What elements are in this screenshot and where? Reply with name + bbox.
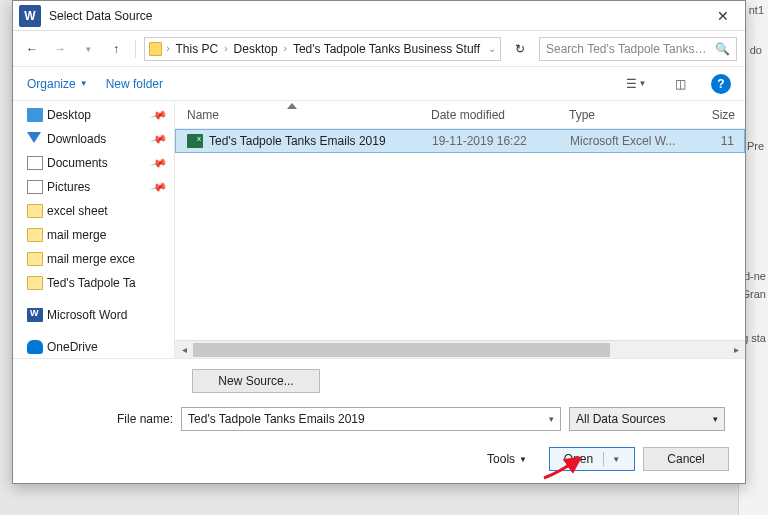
chevron-down-icon[interactable]: ▼: [612, 455, 620, 464]
sidebar-item[interactable]: Documents📌: [13, 151, 174, 175]
sidebar-item[interactable]: Desktop📌: [13, 103, 174, 127]
chevron-down-icon[interactable]: ▾: [713, 414, 718, 424]
preview-pane-button[interactable]: ◫: [667, 73, 693, 95]
sidebar-item[interactable]: excel sheet: [13, 199, 174, 223]
sidebar-label: Pictures: [47, 180, 90, 194]
chevron-right-icon[interactable]: ›: [224, 43, 227, 54]
sidebar-item[interactable]: Microsoft Word: [13, 303, 174, 327]
file-date: 19-11-2019 16:22: [432, 134, 570, 148]
search-input[interactable]: Search Ted's Tadpole Tanks Bu... 🔍: [539, 37, 737, 61]
file-type: Microsoft Excel W...: [570, 134, 682, 148]
chevron-down-icon: ▼: [80, 79, 88, 88]
select-data-source-dialog: W Select Data Source ✕ ← → ▾ ↑ › This PC…: [12, 0, 746, 484]
chevron-right-icon[interactable]: ›: [166, 43, 169, 54]
filename-label: File name:: [117, 412, 173, 426]
forward-button[interactable]: →: [49, 38, 71, 60]
sidebar-item[interactable]: mail merge: [13, 223, 174, 247]
titlebar: W Select Data Source ✕: [13, 1, 745, 31]
cancel-button[interactable]: Cancel: [643, 447, 729, 471]
scroll-right-icon[interactable]: ▸: [727, 344, 745, 355]
sidebar-label: mail merge: [47, 228, 106, 242]
toolbar: Organize ▼ New folder ☰▼ ◫ ?: [13, 67, 745, 101]
scroll-thumb[interactable]: [193, 343, 610, 357]
help-button[interactable]: ?: [711, 74, 731, 94]
filename-row: File name: Ted's Tadpole Tanks Emails 20…: [117, 407, 731, 431]
file-list[interactable]: Ted's Tadpole Tanks Emails 201919-11-201…: [175, 129, 745, 340]
bottom-panel: New Source... File name: Ted's Tadpole T…: [13, 358, 745, 483]
column-headers: Name Date modified Type Size: [175, 101, 745, 129]
file-size: 11: [682, 134, 744, 148]
chevron-down-icon: ▼: [519, 455, 527, 464]
file-pane: Name Date modified Type Size Ted's Tadpo…: [175, 101, 745, 358]
new-folder-button[interactable]: New folder: [106, 77, 163, 91]
nav-bar: ← → ▾ ↑ › This PC › Desktop › Ted's Tadp…: [13, 31, 745, 67]
col-type[interactable]: Type: [569, 108, 681, 122]
sidebar-icon: [27, 228, 43, 242]
word-app-icon: W: [19, 5, 41, 27]
h-scrollbar[interactable]: ◂ ▸: [175, 340, 745, 358]
sidebar-item[interactable]: mail merge exce: [13, 247, 174, 271]
breadcrumb-seg[interactable]: This PC: [172, 42, 223, 56]
new-source-button[interactable]: New Source...: [192, 369, 320, 393]
sidebar-label: Downloads: [47, 132, 106, 146]
chevron-down-icon[interactable]: ▾: [549, 414, 554, 424]
sidebar-item[interactable]: Downloads📌: [13, 127, 174, 151]
sidebar-icon: [27, 252, 43, 266]
sidebar-icon: [27, 308, 43, 322]
sidebar-icon: [27, 204, 43, 218]
scroll-track[interactable]: [193, 343, 727, 357]
breadcrumb[interactable]: › This PC › Desktop › Ted's Tadpole Tank…: [144, 37, 501, 61]
sidebar-label: Ted's Tadpole Ta: [47, 276, 136, 290]
up-button[interactable]: ↑: [105, 38, 127, 60]
sidebar-label: excel sheet: [47, 204, 108, 218]
organize-menu[interactable]: Organize ▼: [27, 77, 88, 91]
view-options-button[interactable]: ☰▼: [623, 73, 649, 95]
excel-file-icon: [187, 134, 203, 148]
back-button[interactable]: ←: [21, 38, 43, 60]
file-type-filter[interactable]: All Data Sources ▾: [569, 407, 725, 431]
sidebar-label: Documents: [47, 156, 108, 170]
sidebar-icon: [27, 180, 43, 194]
sort-indicator-icon: [287, 103, 297, 109]
tools-menu[interactable]: Tools ▼: [487, 452, 527, 466]
sidebar-label: Microsoft Word: [47, 308, 127, 322]
open-button[interactable]: Open ▼: [549, 447, 635, 471]
pin-icon: 📌: [150, 178, 169, 196]
chevron-right-icon[interactable]: ›: [284, 43, 287, 54]
pin-icon: 📌: [150, 106, 169, 124]
sidebar-item[interactable]: Ted's Tadpole Ta: [13, 271, 174, 295]
breadcrumb-seg[interactable]: Ted's Tadpole Tanks Business Stuff: [289, 42, 484, 56]
file-row[interactable]: Ted's Tadpole Tanks Emails 201919-11-201…: [175, 129, 745, 153]
separator: [135, 40, 136, 58]
sidebar-icon: [27, 276, 43, 290]
filename-input[interactable]: Ted's Tadpole Tanks Emails 2019 ▾: [181, 407, 561, 431]
pin-icon: 📌: [150, 154, 169, 172]
col-size[interactable]: Size: [681, 108, 745, 122]
recent-dropdown[interactable]: ▾: [77, 38, 99, 60]
sidebar-icon: [27, 340, 43, 354]
close-button[interactable]: ✕: [701, 1, 745, 31]
sidebar-item[interactable]: OneDrive: [13, 335, 174, 358]
search-icon: 🔍: [715, 42, 730, 56]
sidebar-label: Desktop: [47, 108, 91, 122]
sidebar-label: OneDrive: [47, 340, 98, 354]
nav-sidebar: Desktop📌Downloads📌Documents📌Pictures📌exc…: [13, 101, 175, 358]
scroll-left-icon[interactable]: ◂: [175, 344, 193, 355]
folder-icon: [149, 42, 162, 56]
dialog-body: Desktop📌Downloads📌Documents📌Pictures📌exc…: [13, 101, 745, 358]
file-name: Ted's Tadpole Tanks Emails 2019: [209, 134, 432, 148]
sidebar-icon: [27, 132, 41, 143]
sidebar-icon: [27, 156, 43, 170]
pin-icon: 📌: [150, 130, 169, 148]
refresh-button[interactable]: ↻: [507, 37, 533, 61]
chevron-down-icon[interactable]: ⌄: [488, 43, 496, 54]
search-placeholder: Search Ted's Tadpole Tanks Bu...: [546, 42, 709, 56]
col-name[interactable]: Name: [187, 108, 431, 122]
button-row: Tools ▼ Open ▼ Cancel: [27, 447, 729, 471]
col-date[interactable]: Date modified: [431, 108, 569, 122]
breadcrumb-seg[interactable]: Desktop: [230, 42, 282, 56]
sidebar-item[interactable]: Pictures📌: [13, 175, 174, 199]
dialog-title: Select Data Source: [49, 9, 701, 23]
sidebar-icon: [27, 108, 43, 122]
sidebar-label: mail merge exce: [47, 252, 135, 266]
